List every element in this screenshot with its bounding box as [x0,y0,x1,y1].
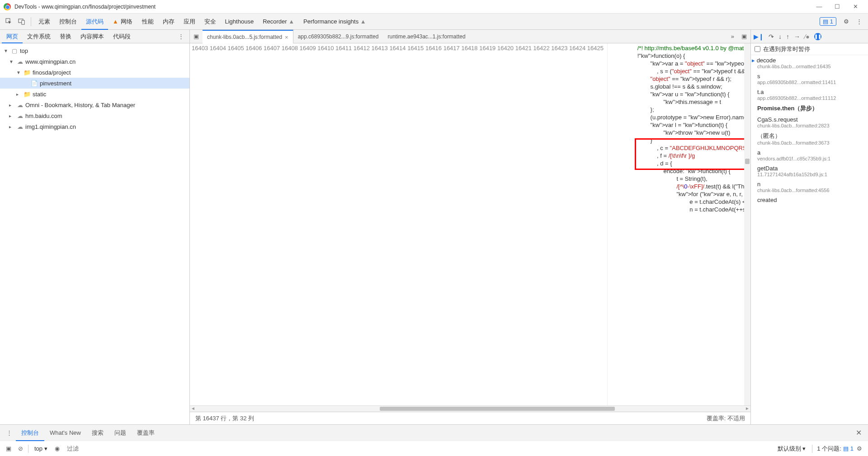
step-into-icon[interactable]: ↓ [778,33,782,40]
close-tab-icon[interactable]: × [285,34,288,41]
editor-tab[interactable]: runtime.ae943ac...1.js:formatted [383,30,470,43]
panel-tab-4[interactable]: 性能 [137,14,158,30]
panel-tab-10[interactable]: Performance insights ▲ [299,14,371,30]
navigator-more-icon[interactable]: ⋮ [175,33,188,40]
navigator-tab-2[interactable]: 替换 [55,30,76,43]
navigator-tab-4[interactable]: 代码段 [108,30,135,43]
step-out-icon[interactable]: ↑ [786,33,789,40]
maximize-button[interactable]: ☐ [828,3,846,10]
editor-tab[interactable]: chunk-libs.0acb...5.js:formatted× [203,30,293,44]
debug-toolbar: ▶❙ ↷ ↓ ↑ → ⁄● ❚❚ [751,30,868,43]
tree-item[interactable]: ▼▢top [0,45,189,56]
navigator-tabs: 网页文件系统替换内容脚本代码段 ⋮ [0,30,189,43]
tree-item[interactable]: ▸☁hm.baidu.com [0,110,189,121]
cursor-position: 第 16437 行，第 32 列 [195,414,254,423]
vertical-scrollbar[interactable] [744,43,750,405]
callstack-frame[interactable]: nchunk-libs.0acb...formatted:4556 [751,179,868,195]
panel-tab-1[interactable]: 控制台 [55,14,81,30]
tree-item[interactable]: ▼📁finosda/project [0,67,189,78]
file-tree[interactable]: ▼▢top▼☁www.qimingpian.cn▼📁finosda/projec… [0,43,189,424]
toolbar-divider [31,17,31,26]
editor-tabs: ▣ chunk-libs.0acb...5.js:formatted×app.c… [190,30,750,43]
tree-item[interactable]: ▸☁Omni - Bookmark, History, & Tab Manage… [0,99,189,110]
panel-tab-9[interactable]: Recorder ▲ [258,14,299,30]
issues-link[interactable]: 1 个问题: ▤ 1 [812,445,854,453]
panel-tab-5[interactable]: 内存 [158,14,179,30]
panel-tab-3[interactable]: ▲ 网络 [108,14,137,30]
panel-tab-0[interactable]: 元素 [34,14,55,30]
panel-tab-6[interactable]: 应用 [179,14,200,30]
drawer-more-icon[interactable]: ⋮ [3,429,16,436]
drawer-tab-3[interactable]: 问题 [109,425,132,441]
chrome-icon [4,3,11,10]
callstack-frame[interactable]: （匿名）chunk-libs.0acb...formatted:3673 [751,130,868,147]
callstack-frame[interactable]: avendors.adfb01f...c85c735b9.js:1 [751,147,868,163]
call-stack[interactable]: decodechunk-libs.0acb...ormatted:16435sa… [751,55,868,424]
svg-rect-2 [22,20,24,24]
live-expression-icon[interactable]: ◉ [52,445,63,452]
toggle-debugger-icon[interactable]: ▣ [738,33,750,40]
console-settings-icon[interactable]: ⚙ [854,445,865,452]
callstack-frame[interactable]: created [751,195,868,205]
more-icon[interactable]: ⋮ [854,16,864,27]
callstack-frame[interactable]: getData11.71271424afb16a152bd9.js:1 [751,163,868,179]
navigator-tab-3[interactable]: 内容脚本 [76,30,108,43]
drawer-tab-4[interactable]: 覆盖率 [132,425,160,441]
message-icon: ▤ [823,18,828,25]
coverage-status: 覆盖率: 不适用 [707,414,745,423]
device-toggle-icon[interactable] [16,16,27,27]
navigator-panel: 网页文件系统替换内容脚本代码段 ⋮ ▼▢top▼☁www.qimingpian.… [0,30,190,424]
editor-status: 第 16437 行，第 32 列 覆盖率: 不适用 [190,412,750,424]
pause-on-exception-row[interactable]: 在遇到异常时暂停 [751,43,868,55]
main-toolbar: 元素控制台源代码▲ 网络性能内存应用安全LighthouseRecorder ▲… [0,14,868,30]
settings-icon[interactable]: ⚙ [841,16,852,27]
messages-button[interactable]: ▤ 1 [820,17,836,26]
editor-tab[interactable]: app.c689305b882...9.js:formatted [293,30,383,43]
log-level-selector[interactable]: 默认级别 ▾ [774,444,810,454]
callstack-frame[interactable]: CgaS.s.requestchunk-libs.0acb...formatte… [751,114,868,130]
callstack-frame[interactable]: Promise.then（异步） [751,103,868,114]
code-editor[interactable]: 16403 16404 16405 16406 16407 16408 1640… [190,43,750,405]
editor-more-tabs-icon[interactable]: » [727,33,738,40]
minimize-button[interactable]: — [810,3,828,10]
tree-item[interactable]: ▸☁img1.qimingpian.cn [0,121,189,132]
console-sidebar-icon[interactable]: ▣ [3,445,14,452]
callstack-frame[interactable]: decodechunk-libs.0acb...ormatted:16435 [751,55,868,71]
debugger-panel: ▶❙ ↷ ↓ ↑ → ⁄● ❚❚ 在遇到异常时暂停 decodechunk-li… [750,30,868,424]
window-title: DevTools - www.qimingpian.cn/finosda/pro… [14,4,810,10]
tree-item[interactable]: ▼☁www.qimingpian.cn [0,56,189,67]
drawer-close-icon[interactable]: ✕ [852,428,865,437]
panel-tab-7[interactable]: 安全 [200,14,221,30]
panel-tab-2[interactable]: 源代码 [81,14,108,30]
tree-item[interactable]: ▸📁static [0,89,189,99]
horizontal-scrollbar[interactable]: ◄► [190,405,750,412]
editor-panel: ▣ chunk-libs.0acb...5.js:formatted×app.c… [190,30,750,424]
navigator-tab-1[interactable]: 文件系统 [23,30,55,43]
clear-console-icon[interactable]: ⊘ [14,445,26,452]
line-gutter: 16403 16404 16405 16406 16407 16408 1640… [190,43,608,405]
nav-functions-icon[interactable]: ▣ [190,33,203,40]
callstack-frame[interactable]: sapp.c689305b882...ormatted:11411 [751,71,868,87]
step-over-icon[interactable]: ↷ [769,33,774,40]
drawer-tab-0[interactable]: 控制台 [16,425,44,441]
titlebar: DevTools - www.qimingpian.cn/finosda/pro… [0,0,868,14]
callstack-frame[interactable]: t.aapp.c689305b882...ormatted:11112 [751,87,868,103]
pause-label: 在遇到异常时暂停 [763,45,810,53]
context-selector[interactable]: top ▾ [30,444,52,453]
drawer-tab-2[interactable]: 搜索 [86,425,109,441]
messages-count: 1 [830,18,833,25]
code-content[interactable]: /*! http://mths.be/base64 v0.1.0 by @mat… [608,43,744,405]
navigator-tab-0[interactable]: 网页 [2,30,23,43]
drawer-tab-1[interactable]: What's New [44,425,86,441]
pause-on-exceptions-icon[interactable]: ❚❚ [814,33,821,40]
pause-checkbox[interactable] [755,46,760,52]
console-filter-input[interactable] [63,443,774,454]
panel-tab-8[interactable]: Lighthouse [221,14,259,30]
close-window-button[interactable]: ✕ [846,3,864,10]
console-toolbar: ▣ ⊘ top ▾ ◉ 默认级别 ▾ 1 个问题: ▤ 1 ⚙ [0,441,868,456]
inspect-icon[interactable] [4,16,14,27]
step-icon[interactable]: → [794,33,800,40]
tree-item[interactable]: 📄pinvestment [0,78,189,89]
deactivate-breakpoints-icon[interactable]: ⁄● [805,33,810,40]
resume-icon[interactable]: ▶❙ [754,33,764,40]
